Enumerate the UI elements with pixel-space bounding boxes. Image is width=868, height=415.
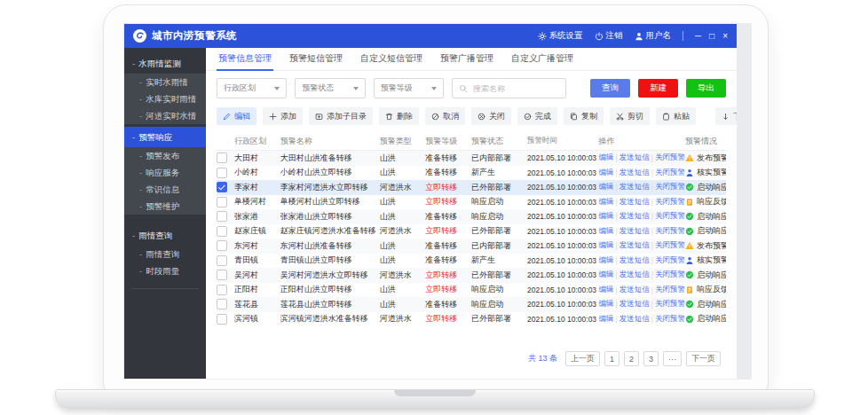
- close-circle-button[interactable]: 关闭: [471, 107, 511, 125]
- sidebar-item[interactable]: 预警发布: [124, 147, 206, 164]
- close-button[interactable]: ×: [722, 32, 728, 41]
- query-button[interactable]: 查询: [590, 79, 630, 98]
- page-number-button[interactable]: 1: [604, 351, 619, 366]
- row-checkbox[interactable]: [217, 168, 227, 178]
- tab-item[interactable]: 预警短信管理: [288, 47, 344, 71]
- tab-item[interactable]: 自定义短信管理: [359, 47, 424, 71]
- close-warning-link[interactable]: 关闭预警: [655, 240, 685, 251]
- next-page-button[interactable]: 下一页: [686, 351, 721, 366]
- maximize-button[interactable]: □: [709, 32, 714, 41]
- table-row[interactable]: 小岭村小岭村山洪立即转移山洪准备转移新产生2021.05.10 10:00:03…: [217, 166, 726, 181]
- minimize-button[interactable]: ─: [695, 32, 701, 41]
- send-sms-link[interactable]: 发送短信: [619, 182, 650, 192]
- send-sms-link[interactable]: 发送短信: [619, 226, 650, 237]
- close-warning-link[interactable]: 关闭预警: [655, 211, 685, 222]
- row-checkbox[interactable]: [217, 240, 227, 251]
- edit-link[interactable]: 编辑: [598, 240, 613, 251]
- row-checkbox[interactable]: [217, 197, 227, 208]
- close-warning-link[interactable]: 关闭预警: [655, 182, 685, 192]
- page-number-button[interactable]: 2: [624, 351, 639, 366]
- edit-link[interactable]: 编辑: [598, 168, 613, 178]
- edit-link[interactable]: 编辑: [598, 255, 613, 266]
- edit-link[interactable]: 编辑: [598, 211, 613, 222]
- cancel-button[interactable]: 取消: [425, 107, 465, 125]
- close-warning-link[interactable]: 关闭预警: [655, 226, 685, 237]
- user-menu[interactable]: 用户名: [635, 30, 672, 42]
- close-warning-link[interactable]: 关闭预警: [655, 314, 685, 325]
- close-warning-link[interactable]: 关闭预警: [655, 153, 685, 163]
- sidebar-item[interactable]: 实时水雨情: [124, 74, 206, 90]
- row-checkbox[interactable]: [217, 285, 227, 295]
- sidebar-group-header[interactable]: 雨情查询: [124, 225, 206, 246]
- row-checkbox[interactable]: [217, 299, 227, 309]
- sidebar-item[interactable]: 常识信息: [124, 181, 206, 198]
- create-button[interactable]: 新建: [638, 79, 678, 98]
- edit-link[interactable]: 编辑: [598, 270, 613, 280]
- edit-link[interactable]: 编辑: [598, 153, 613, 163]
- close-warning-link[interactable]: 关闭预警: [655, 255, 685, 266]
- edit-link[interactable]: 编辑: [598, 182, 613, 192]
- send-sms-link[interactable]: 发送短信: [619, 211, 650, 222]
- close-warning-link[interactable]: 关闭预警: [655, 299, 685, 309]
- send-sms-link[interactable]: 发送短信: [619, 168, 650, 178]
- filter-select[interactable]: 预警等级: [374, 78, 444, 98]
- table-row[interactable]: 青田镇青田镇山洪立即转移山洪准备转移新产生2021.05.10 10:00:03…: [217, 254, 726, 269]
- close-warning-link[interactable]: 关闭预警: [655, 168, 685, 178]
- send-sms-link[interactable]: 发送短信: [619, 197, 650, 208]
- add-sub-button[interactable]: 添加子目录: [309, 107, 373, 125]
- row-checkbox[interactable]: [217, 182, 227, 192]
- sidebar-item[interactable]: 水库实时雨情: [124, 90, 206, 107]
- tab-active[interactable]: 预警信息管理: [217, 47, 273, 71]
- page-ellipsis[interactable]: ···: [663, 351, 682, 366]
- row-checkbox[interactable]: [217, 226, 227, 237]
- send-sms-link[interactable]: 发送短信: [619, 255, 650, 266]
- send-sms-link[interactable]: 发送短信: [619, 153, 650, 163]
- row-checkbox[interactable]: [217, 211, 227, 222]
- table-row[interactable]: 李家村李家村河道洪水立即转移河道洪水立即转移已外部部署2021.05.10 10…: [217, 180, 726, 195]
- edit-link[interactable]: 编辑: [598, 197, 613, 208]
- search-input[interactable]: [471, 83, 559, 94]
- export-button[interactable]: 导出: [686, 79, 726, 98]
- close-warning-link[interactable]: 关闭预警: [655, 285, 685, 295]
- plus-button[interactable]: 添加: [263, 107, 303, 125]
- filter-select[interactable]: 预警状态: [295, 78, 365, 98]
- row-checkbox[interactable]: [217, 153, 227, 163]
- edit-link[interactable]: 编辑: [598, 226, 613, 237]
- logout-button[interactable]: 注销: [595, 30, 623, 42]
- paste-button[interactable]: 粘贴: [656, 107, 696, 125]
- send-sms-link[interactable]: 发送短信: [619, 240, 650, 251]
- close-warning-link[interactable]: 关闭预警: [655, 270, 685, 280]
- sidebar-group-header[interactable]: 水雨情监测: [124, 53, 206, 74]
- edit-link[interactable]: 编辑: [598, 285, 613, 295]
- send-sms-link[interactable]: 发送短信: [619, 270, 650, 280]
- send-sms-link[interactable]: 发送短信: [619, 285, 650, 295]
- table-row[interactable]: 赵家庄镇赵家庄镇河道洪水准备转移河道洪水立即转移已外部部署2021.05.10 …: [217, 224, 726, 239]
- edit-button[interactable]: 编辑: [217, 107, 256, 125]
- send-sms-link[interactable]: 发送短信: [619, 299, 650, 309]
- sidebar-item[interactable]: 预警维护: [124, 198, 206, 215]
- row-checkbox[interactable]: [217, 270, 227, 280]
- sidebar-item[interactable]: 河道实时水情: [124, 107, 206, 124]
- table-row[interactable]: 大田村大田村山洪准备转移山洪准备转移已内部部署2021.05.10 10:00:…: [217, 151, 726, 166]
- check-circle-button[interactable]: 完成: [517, 107, 557, 125]
- cut-button[interactable]: 剪切: [610, 107, 650, 125]
- trash-button[interactable]: 删除: [379, 107, 419, 125]
- row-checkbox[interactable]: [217, 255, 227, 266]
- prev-page-button[interactable]: 上一页: [565, 351, 600, 366]
- table-row[interactable]: 吴河村吴河村河道洪水立即转移河道洪水立即转移已外部部署2021.05.10 10…: [217, 268, 726, 283]
- sidebar-group-header[interactable]: 预警响应: [124, 127, 206, 147]
- filter-select[interactable]: 行政区划: [217, 78, 287, 98]
- table-row[interactable]: 单楼河村单楼河村山洪立即转移山洪立即转移响应启动2021.05.10 10:00…: [217, 195, 726, 210]
- table-row[interactable]: 张家港张家港山洪立即转移山洪准备转移响应启动2021.05.10 10:00:0…: [217, 209, 726, 224]
- table-row[interactable]: 滨河镇滨河镇河道洪水准备转移河道洪水立即转移已外部部署2021.05.10 10…: [217, 312, 726, 327]
- send-sms-link[interactable]: 发送短信: [619, 314, 650, 325]
- tab-item[interactable]: 预警广播管理: [438, 47, 495, 71]
- table-row[interactable]: 正阳村正阳村山洪立即转移山洪立即转移响应启动2021.05.10 10:00:0…: [217, 283, 726, 298]
- copy-button[interactable]: 复制: [564, 107, 604, 125]
- row-checkbox[interactable]: [217, 314, 227, 325]
- sidebar-item[interactable]: 时段雨量: [124, 262, 206, 279]
- sidebar-item[interactable]: 响应服务: [124, 164, 206, 181]
- system-settings-button[interactable]: 系统设置: [538, 30, 583, 42]
- table-row[interactable]: 东河村东河村山洪准备转移山洪准备转移已内部部署2021.05.10 10:00:…: [217, 239, 726, 254]
- table-row[interactable]: 莲花县莲花县山洪立即转移山洪准备转移响应启动2021.05.10 10:00:0…: [217, 297, 726, 312]
